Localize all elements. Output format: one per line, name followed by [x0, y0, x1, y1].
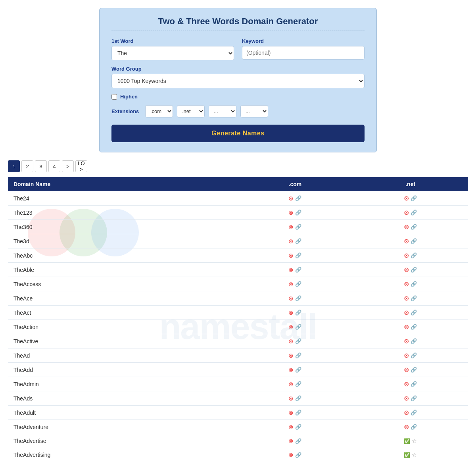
- com-unavailable-icon[interactable]: ⊗: [288, 295, 294, 302]
- page-btn-1[interactable]: 1: [8, 160, 20, 172]
- net-available-icon[interactable]: ✅: [404, 438, 410, 444]
- com-unavailable-icon[interactable]: ⊗: [288, 437, 294, 445]
- com-unavailable-icon[interactable]: ⊗: [288, 223, 294, 231]
- net-link-icon[interactable]: 🔗: [411, 295, 417, 301]
- net-unavailable-icon[interactable]: ⊗: [404, 337, 409, 345]
- net-unavailable-icon[interactable]: ⊗: [404, 266, 409, 273]
- com-unavailable-icon[interactable]: ⊗: [288, 451, 294, 458]
- com-status-cell: ⊗🔗: [238, 277, 353, 291]
- com-link-icon[interactable]: 🔗: [295, 281, 301, 287]
- net-unavailable-icon[interactable]: ⊗: [404, 366, 409, 373]
- com-link-icon[interactable]: 🔗: [295, 367, 301, 373]
- com-link-icon[interactable]: 🔗: [295, 252, 301, 258]
- com-link-icon[interactable]: 🔗: [295, 210, 301, 216]
- page-btn-LO>[interactable]: LO >: [75, 160, 87, 172]
- net-link-icon[interactable]: 🔗: [411, 252, 417, 258]
- net-link-icon[interactable]: 🔗: [411, 210, 417, 216]
- com-status-cell: ⊗🔗: [238, 448, 353, 460]
- table-row: TheAds⊗🔗⊗🔗: [8, 391, 468, 406]
- first-word-select[interactable]: The: [111, 46, 234, 60]
- net-unavailable-icon[interactable]: ⊗: [404, 280, 409, 288]
- com-unavailable-icon[interactable]: ⊗: [288, 252, 294, 259]
- com-link-icon[interactable]: 🔗: [295, 452, 301, 458]
- page-btn-3[interactable]: 3: [35, 160, 47, 172]
- net-available-icon[interactable]: ✅: [404, 452, 410, 458]
- table-row: TheAdvertise⊗🔗✅☆: [8, 434, 468, 448]
- com-unavailable-icon[interactable]: ⊗: [288, 323, 294, 331]
- com-unavailable-icon[interactable]: ⊗: [288, 266, 294, 273]
- com-link-icon[interactable]: 🔗: [295, 338, 301, 344]
- com-link-icon[interactable]: 🔗: [295, 267, 301, 273]
- net-unavailable-icon[interactable]: ⊗: [404, 309, 409, 316]
- com-unavailable-icon[interactable]: ⊗: [288, 309, 294, 316]
- net-unavailable-icon[interactable]: ⊗: [404, 352, 409, 359]
- first-row: 1st Word The Keyword: [111, 38, 365, 60]
- hyphen-checkbox[interactable]: [111, 94, 117, 100]
- net-link-icon[interactable]: 🔗: [411, 195, 417, 201]
- com-unavailable-icon[interactable]: ⊗: [288, 209, 294, 216]
- com-status-cell: ⊗🔗: [238, 306, 353, 320]
- net-link-icon[interactable]: 🔗: [411, 410, 417, 416]
- keyword-input[interactable]: [242, 46, 365, 60]
- net-link-icon[interactable]: 🔗: [411, 424, 417, 430]
- com-link-icon[interactable]: 🔗: [295, 424, 301, 430]
- com-unavailable-icon[interactable]: ⊗: [288, 338, 294, 345]
- com-link-icon[interactable]: 🔗: [295, 324, 301, 330]
- com-unavailable-icon[interactable]: ⊗: [288, 409, 294, 416]
- com-link-icon[interactable]: 🔗: [295, 224, 301, 230]
- net-unavailable-icon[interactable]: ⊗: [404, 323, 409, 331]
- extension-2-select[interactable]: .net: [177, 105, 205, 117]
- com-unavailable-icon[interactable]: ⊗: [288, 281, 294, 288]
- com-link-icon[interactable]: 🔗: [295, 310, 301, 316]
- generate-button[interactable]: Generate Names: [111, 125, 365, 142]
- net-link-icon[interactable]: 🔗: [411, 352, 417, 358]
- com-unavailable-icon[interactable]: ⊗: [288, 423, 294, 431]
- net-link-icon[interactable]: 🔗: [411, 281, 417, 287]
- net-link-icon[interactable]: 🔗: [411, 238, 417, 244]
- page-btn->[interactable]: >: [62, 160, 74, 172]
- com-link-icon[interactable]: 🔗: [295, 352, 301, 358]
- net-unavailable-icon[interactable]: ⊗: [404, 252, 409, 259]
- net-unavailable-icon[interactable]: ⊗: [404, 194, 409, 202]
- net-star-icon[interactable]: ☆: [412, 438, 417, 444]
- com-link-icon[interactable]: 🔗: [295, 295, 301, 301]
- net-link-icon[interactable]: 🔗: [411, 395, 417, 401]
- extension-3-select[interactable]: ...: [209, 105, 236, 117]
- page-btn-4[interactable]: 4: [48, 160, 60, 172]
- extension-4-select[interactable]: ...: [240, 105, 268, 117]
- net-link-icon[interactable]: 🔗: [411, 324, 417, 330]
- net-unavailable-icon[interactable]: ⊗: [404, 423, 409, 431]
- net-unavailable-icon[interactable]: ⊗: [404, 237, 409, 245]
- net-link-icon[interactable]: 🔗: [411, 224, 417, 230]
- net-unavailable-icon[interactable]: ⊗: [404, 409, 409, 416]
- com-link-icon[interactable]: 🔗: [295, 438, 301, 444]
- net-unavailable-icon[interactable]: ⊗: [404, 380, 409, 388]
- com-unavailable-icon[interactable]: ⊗: [288, 366, 294, 373]
- com-link-icon[interactable]: 🔗: [295, 238, 301, 244]
- com-unavailable-icon[interactable]: ⊗: [288, 195, 294, 202]
- net-unavailable-icon[interactable]: ⊗: [404, 294, 409, 302]
- net-link-icon[interactable]: 🔗: [411, 310, 417, 316]
- page-btn-2[interactable]: 2: [21, 160, 33, 172]
- net-star-icon[interactable]: ☆: [412, 452, 417, 458]
- com-unavailable-icon[interactable]: ⊗: [288, 238, 294, 245]
- com-unavailable-icon[interactable]: ⊗: [288, 352, 294, 359]
- net-link-icon[interactable]: 🔗: [411, 367, 417, 373]
- net-unavailable-icon[interactable]: ⊗: [404, 209, 409, 216]
- com-unavailable-icon[interactable]: ⊗: [288, 381, 294, 388]
- extension-1-select[interactable]: .com: [145, 105, 173, 117]
- net-unavailable-icon[interactable]: ⊗: [404, 223, 409, 231]
- com-link-icon[interactable]: 🔗: [295, 195, 301, 201]
- com-link-icon[interactable]: 🔗: [295, 381, 301, 387]
- com-link-icon[interactable]: 🔗: [295, 410, 301, 416]
- net-link-icon[interactable]: 🔗: [411, 381, 417, 387]
- net-link-icon[interactable]: 🔗: [411, 267, 417, 273]
- table-row: TheAct⊗🔗⊗🔗: [8, 306, 468, 320]
- com-status-cell: ⊗🔗: [238, 206, 353, 220]
- net-unavailable-icon[interactable]: ⊗: [404, 395, 409, 402]
- net-link-icon[interactable]: 🔗: [411, 338, 417, 344]
- net-status-cell: ⊗🔗: [353, 406, 468, 420]
- com-link-icon[interactable]: 🔗: [295, 395, 301, 401]
- word-group-select[interactable]: 1000 Top Keywords: [111, 74, 365, 88]
- com-unavailable-icon[interactable]: ⊗: [288, 395, 294, 402]
